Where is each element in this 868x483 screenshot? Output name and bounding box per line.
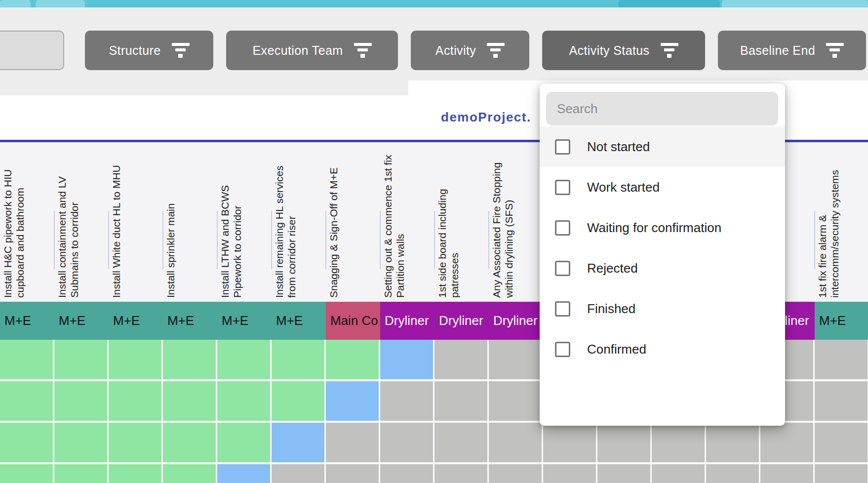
matrix-cell-done[interactable] (54, 423, 107, 462)
column-header-label: Setting out & commence 1st fix Partition… (382, 146, 406, 298)
matrix-cell-done[interactable] (272, 381, 324, 421)
dropdown-option-finished[interactable]: Finished (540, 288, 785, 329)
matrix-cell-done[interactable] (272, 340, 324, 379)
column-divider (814, 211, 815, 269)
matrix-cell-active[interactable] (272, 423, 324, 462)
search-input[interactable] (546, 92, 778, 125)
matrix-cell-done[interactable] (0, 423, 53, 462)
matrix-cell-pending[interactable] (652, 423, 705, 462)
option-label: Waiting for confirmation (587, 220, 721, 236)
team-cell-dryliner: Dryliner (489, 302, 543, 340)
matrix-cell-done[interactable] (326, 340, 379, 379)
filter-icon (661, 43, 678, 58)
matrix-cell-pending[interactable] (380, 381, 433, 421)
matrix-cell-pending[interactable] (434, 340, 487, 379)
column-header-label: Install H&C pipework to HIU cupboard and… (1, 146, 26, 298)
column-header-label: Any Associated Fire Stopping within dryl… (490, 146, 515, 298)
filter-button-group: StructureExecution TeamActivityActivity … (85, 31, 866, 70)
matrix-cell-done[interactable] (54, 464, 107, 483)
clipped-input-stub[interactable] (0, 31, 64, 70)
matrix-cell-pending[interactable] (760, 464, 813, 483)
option-label: Not started (587, 139, 650, 155)
matrix-cell-done[interactable] (163, 381, 216, 421)
option-checkbox[interactable] (555, 301, 570, 317)
matrix-cell-pending[interactable] (489, 464, 542, 483)
matrix-cell-pending[interactable] (326, 423, 379, 462)
matrix-cell-done[interactable] (54, 340, 107, 379)
browser-tab[interactable] (0, 0, 31, 7)
team-cell-dryliner: Dryliner (434, 302, 489, 340)
team-cell-m-e: M+E (54, 302, 109, 340)
matrix-cell-pending[interactable] (815, 464, 868, 483)
matrix-cell-done[interactable] (0, 340, 53, 379)
matrix-cell-done[interactable] (54, 381, 107, 421)
dropdown-option-work-started[interactable]: Work started (540, 167, 785, 207)
browser-tab[interactable] (722, 0, 868, 7)
filter-button-baseline-end[interactable]: Baseline End (718, 31, 866, 70)
option-checkbox[interactable] (555, 220, 570, 236)
matrix-cell-pending[interactable] (272, 464, 324, 483)
matrix-cell-done[interactable] (163, 464, 216, 483)
matrix-cell-done[interactable] (109, 381, 161, 421)
matrix-cell-pending[interactable] (815, 423, 868, 462)
filter-button-label: Activity (435, 43, 476, 58)
matrix-cell-pending[interactable] (815, 340, 868, 379)
filter-button-execution-team[interactable]: Execution Team (226, 31, 398, 70)
matrix-cell-pending[interactable] (815, 381, 868, 421)
filter-icon (354, 43, 372, 58)
option-checkbox[interactable] (555, 139, 570, 155)
dropdown-option-not-started[interactable]: Not started (540, 126, 785, 167)
matrix-cell-active[interactable] (217, 464, 270, 483)
matrix-cell-done[interactable] (109, 340, 161, 379)
matrix-cell-pending[interactable] (543, 464, 596, 483)
matrix-cell-done[interactable] (0, 464, 53, 483)
browser-tab[interactable] (36, 0, 85, 7)
matrix-cell-done[interactable] (217, 423, 270, 462)
column-header-label: Install LTHW and BCWS Pipework to corrid… (219, 146, 243, 298)
matrix-cell-pending[interactable] (434, 381, 487, 421)
matrix-cell-pending[interactable] (489, 423, 542, 462)
matrix-cell-pending[interactable] (706, 423, 759, 462)
dropdown-option-waiting-for-confirmation[interactable]: Waiting for confirmation (540, 207, 785, 248)
matrix-cell-done[interactable] (109, 464, 161, 483)
option-checkbox[interactable] (555, 180, 570, 195)
option-checkbox[interactable] (555, 342, 570, 357)
matrix-cell-pending[interactable] (434, 464, 487, 483)
matrix-cell-active[interactable] (380, 340, 433, 379)
option-label: Rejected (587, 261, 638, 276)
matrix-cell-pending[interactable] (326, 464, 379, 483)
matrix-cell-done[interactable] (163, 423, 216, 462)
matrix-cell-active[interactable] (326, 381, 379, 421)
filter-button-label: Execution Team (252, 43, 343, 58)
dropdown-option-confirmed[interactable]: Confirmed (540, 329, 785, 369)
matrix-cell-pending[interactable] (597, 423, 650, 462)
filter-button-activity-status[interactable]: Activity Status (542, 31, 705, 70)
matrix-cell-done[interactable] (0, 381, 53, 421)
matrix-cell-pending[interactable] (706, 464, 759, 483)
matrix-cell-pending[interactable] (760, 423, 813, 462)
matrix-cell-done[interactable] (109, 423, 161, 462)
activity-status-dropdown: Not startedWork startedWaiting for confi… (540, 83, 785, 426)
matrix-cell-pending[interactable] (652, 464, 705, 483)
column-header: Install LTHW and BCWS Pipework to corrid… (217, 142, 272, 302)
filter-button-label: Baseline End (740, 43, 815, 58)
column-divider (488, 211, 489, 269)
matrix-cell-pending[interactable] (489, 340, 542, 379)
matrix-cell-pending[interactable] (380, 423, 433, 462)
matrix-cell-done[interactable] (217, 381, 270, 421)
matrix-cell-done[interactable] (217, 340, 270, 379)
browser-tab[interactable] (618, 0, 720, 7)
matrix-cell-pending[interactable] (489, 381, 542, 421)
matrix-cell-pending[interactable] (597, 464, 650, 483)
dropdown-option-rejected[interactable]: Rejected (540, 248, 785, 288)
title-band-shadow (0, 94, 408, 96)
matrix-cell-pending[interactable] (380, 464, 433, 483)
filter-button-activity[interactable]: Activity (411, 31, 529, 70)
filter-button-structure[interactable]: Structure (85, 31, 213, 70)
column-header-label: Install containment and LV Submains to c… (56, 146, 80, 298)
column-header: Snagging & Sign-Off of M+E (326, 142, 380, 302)
matrix-cell-pending[interactable] (434, 423, 487, 462)
matrix-cell-done[interactable] (163, 340, 216, 379)
option-checkbox[interactable] (555, 261, 570, 276)
matrix-cell-pending[interactable] (543, 423, 596, 462)
